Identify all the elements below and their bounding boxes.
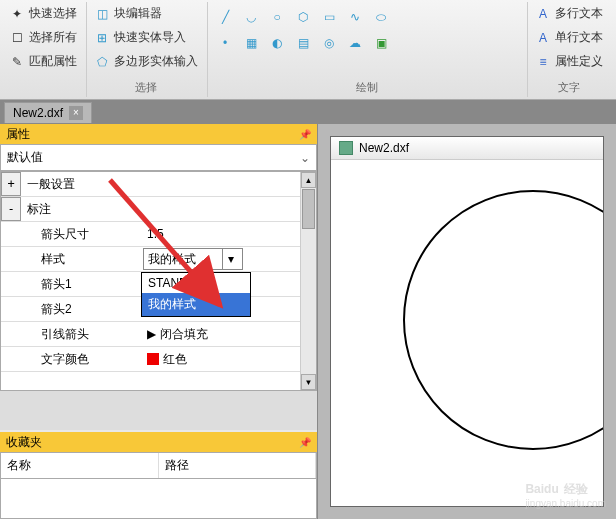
collapse-icon[interactable]: - <box>1 197 21 221</box>
cloud-icon: ☁ <box>347 35 363 51</box>
chevron-down-icon[interactable]: ▾ <box>222 249 238 269</box>
ribbon-toolbar: ✦快速选择 ☐选择所有 ✎匹配属性 - ◫块编辑器 ⊞快速实体导入 ⬠多边形实体… <box>0 0 616 100</box>
polygon-input-button[interactable]: ⬠多边形实体输入 <box>89 50 203 73</box>
poly-icon: ⬡ <box>295 9 311 25</box>
draw-tool-button[interactable]: ◎ <box>318 32 340 54</box>
properties-grid: + 一般设置 - 标注 箭头尺寸 1.5 样式 我的样式 ▾ <box>0 171 317 391</box>
ribbon-group-select: ✦快速选择 ☐选择所有 ✎匹配属性 - <box>4 2 87 97</box>
text-icon: A <box>535 6 551 22</box>
column-header-path[interactable]: 路径 <box>159 453 317 478</box>
draw-tool-button[interactable]: ⬭ <box>370 6 392 28</box>
quick-select-button[interactable]: ✦快速选择 <box>4 2 82 25</box>
favorites-body <box>0 479 317 519</box>
section-row-annotation[interactable]: - 标注 <box>1 197 300 222</box>
brush-icon: ✎ <box>9 54 25 70</box>
ribbon-group-text: A多行文本 A单行文本 ≡属性定义 文字 <box>530 2 612 97</box>
tab-label: New2.dxf <box>13 106 63 120</box>
main-area: 属性 📌 默认值 ⌄ + 一般设置 - 标注 箭头尺寸 1.5 <box>0 124 616 519</box>
import-icon: ⊞ <box>94 30 110 46</box>
text-icon: A <box>535 30 551 46</box>
leader-arrow-value[interactable]: ▶闭合填充 <box>141 322 300 346</box>
multiline-text-button[interactable]: A多行文本 <box>530 2 608 25</box>
attr-def-button[interactable]: ≡属性定义 <box>530 50 608 73</box>
draw-tool-button[interactable]: ▣ <box>370 32 392 54</box>
draw-tool-button[interactable]: ∿ <box>344 6 366 28</box>
hatch-icon: ▦ <box>243 35 259 51</box>
select-all-icon: ☐ <box>9 30 25 46</box>
dropdown-option-mystyle[interactable]: 我的样式 <box>142 293 250 316</box>
group-label-select: 选择 <box>89 78 203 97</box>
favorites-header: 收藏夹 📌 <box>0 432 317 452</box>
block-editor-button[interactable]: ◫块编辑器 <box>89 2 203 25</box>
canvas-area: New2.dxf <box>318 124 616 519</box>
draw-tool-button[interactable]: ▦ <box>240 32 262 54</box>
arc-icon: ◡ <box>243 9 259 25</box>
favorites-panel: 收藏夹 📌 名称 路径 <box>0 432 317 519</box>
style-dropdown-list: STANDARD 我的样式 <box>141 272 251 317</box>
document-tab[interactable]: New2.dxf × <box>4 102 92 123</box>
panel-title: 属性 <box>6 126 30 143</box>
block-icon: ◫ <box>94 6 110 22</box>
default-label: 默认值 <box>7 149 43 166</box>
style-dropdown[interactable]: 我的样式 ▾ STANDARD 我的样式 <box>141 247 300 271</box>
spline-icon: ∿ <box>347 9 363 25</box>
circle-shape <box>403 190 603 450</box>
color-swatch-icon <box>147 353 159 365</box>
polygon-icon: ⬠ <box>94 54 110 70</box>
pin-icon[interactable]: 📌 <box>299 437 311 448</box>
singleline-text-button[interactable]: A单行文本 <box>530 26 608 49</box>
chevron-down-icon: ⌄ <box>300 151 310 165</box>
draw-tool-button[interactable]: ▤ <box>292 32 314 54</box>
draw-tool-button[interactable]: ☁ <box>344 32 366 54</box>
solid-import-button[interactable]: ⊞快速实体导入 <box>89 26 203 49</box>
column-header-name[interactable]: 名称 <box>1 453 159 478</box>
document-titlebar: New2.dxf <box>331 137 603 160</box>
draw-tool-button[interactable]: ⬡ <box>292 6 314 28</box>
expand-icon[interactable]: + <box>1 172 21 196</box>
circle-icon: ○ <box>269 9 285 25</box>
document-title: New2.dxf <box>359 141 409 155</box>
left-panel: 属性 📌 默认值 ⌄ + 一般设置 - 标注 箭头尺寸 1.5 <box>0 124 318 519</box>
select-all-button[interactable]: ☐选择所有 <box>4 26 82 49</box>
default-value-dropdown[interactable]: 默认值 ⌄ <box>0 144 317 171</box>
document-tabstrip: New2.dxf × <box>0 100 616 124</box>
ribbon-group-import: ◫块编辑器 ⊞快速实体导入 ⬠多边形实体输入 选择 <box>89 2 208 97</box>
document-window: New2.dxf <box>330 136 604 507</box>
properties-scrollbar[interactable]: ▲ ▼ <box>300 172 316 390</box>
prop-row-leader-arrow: 引线箭头 ▶闭合填充 <box>1 322 300 347</box>
scroll-thumb[interactable] <box>302 189 315 229</box>
prop-row-text-color: 文字颜色 红色 <box>1 347 300 372</box>
draw-tool-button[interactable]: ▭ <box>318 6 340 28</box>
image-icon: ▣ <box>373 35 389 51</box>
ribbon-group-draw: ╱ ◡ ○ ⬡ ▭ ∿ ⬭ • ▦ ◐ ▤ ◎ ☁ ▣ 绘制 <box>210 2 528 97</box>
section-row-general[interactable]: + 一般设置 <box>1 172 300 197</box>
draw-tool-button[interactable]: ◐ <box>266 32 288 54</box>
pin-icon[interactable]: 📌 <box>299 129 311 140</box>
match-props-button[interactable]: ✎匹配属性 <box>4 50 82 73</box>
line-icon: ╱ <box>217 9 233 25</box>
prop-row-style: 样式 我的样式 ▾ STANDARD 我的样式 <box>1 247 300 272</box>
close-icon[interactable]: × <box>69 106 83 120</box>
watermark: Baidu 经验 jingyan.baidu.com <box>525 477 606 509</box>
draw-tool-button[interactable]: ╱ <box>214 6 236 28</box>
drawing-canvas[interactable] <box>331 160 603 506</box>
draw-tool-button[interactable]: ○ <box>266 6 288 28</box>
draw-tool-button[interactable]: ◡ <box>240 6 262 28</box>
properties-panel-header: 属性 📌 <box>0 124 317 144</box>
scroll-down-icon[interactable]: ▼ <box>301 374 316 390</box>
gradient-icon: ◐ <box>269 35 285 51</box>
arrow-size-value[interactable]: 1.5 <box>141 222 300 246</box>
rect-icon: ▭ <box>321 9 337 25</box>
text-color-value[interactable]: 红色 <box>141 347 300 371</box>
favorites-columns: 名称 路径 <box>0 452 317 479</box>
prop-row-arrow-size: 箭头尺寸 1.5 <box>1 222 300 247</box>
arrow-icon: ▶ <box>147 327 156 341</box>
draw-tool-button[interactable]: • <box>214 32 236 54</box>
group-label-draw: 绘制 <box>210 78 523 97</box>
cursor-icon: ✦ <box>9 6 25 22</box>
scroll-up-icon[interactable]: ▲ <box>301 172 316 188</box>
point-icon: • <box>217 35 233 51</box>
dropdown-option-standard[interactable]: STANDARD <box>142 273 250 293</box>
region-icon: ▤ <box>295 35 311 51</box>
group-label-text: 文字 <box>530 78 608 97</box>
